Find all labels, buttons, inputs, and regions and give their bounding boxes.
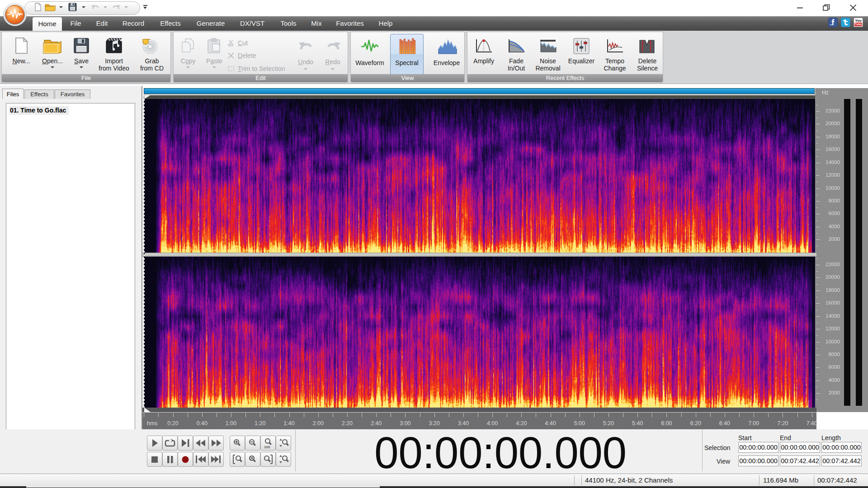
svg-text:100: 100	[264, 445, 270, 449]
